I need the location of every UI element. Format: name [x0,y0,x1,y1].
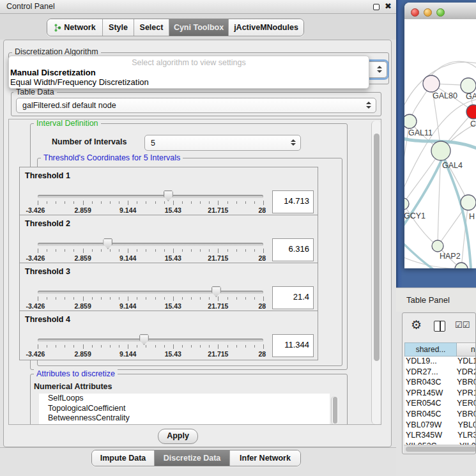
tick-mark [47,249,47,252]
tick-mark [236,297,237,300]
threshold-value-field[interactable]: 6.316 [272,238,314,261]
network-node[interactable] [404,114,417,128]
tick-mark [182,249,183,252]
slider-thumb[interactable] [103,238,112,249]
threshold-value-field[interactable]: 14.713 [272,190,314,213]
tick-mark [73,297,74,300]
table-row[interactable]: YER054CYER0 [404,399,476,410]
table-row[interactable]: YBR045CYBR0 [404,410,476,420]
select-columns-icons[interactable]: ☑☑ [455,320,470,330]
numerical-attributes-list[interactable]: SelfLoopsTopologicalCoefficientBetweenne… [39,394,330,425]
tab-select[interactable]: Select [134,19,169,36]
table-row[interactable]: YBL079WYBL0 [404,420,476,431]
close-traffic-light-icon[interactable] [411,8,419,17]
gear-icon[interactable]: ⚙ [411,319,422,331]
network-window-titlebar[interactable] [404,3,476,20]
tick-mark [209,201,210,204]
split-columns-icon[interactable] [434,321,445,332]
tick-mark [173,296,174,301]
tab-impute-data[interactable]: Impute Data [92,450,155,466]
tick-mark [245,249,246,252]
algorithm-option[interactable]: Equal Width/Frequency Discretization [10,77,149,87]
tick-mark [155,345,156,348]
table-row[interactable]: YDL19...YDL1 [404,357,476,367]
num-intervals-combobox[interactable]: 5 [144,135,301,151]
attributes-list-scrollbar[interactable] [331,396,339,425]
tab-label: Impute Data [100,454,146,463]
network-node-label: GCY1 [404,211,426,220]
tick-mark [209,249,210,252]
num-intervals-value: 5 [151,139,155,148]
table-cell: YLR345W [404,431,456,441]
zoom-traffic-light-icon[interactable] [436,8,445,17]
network-node[interactable] [466,105,476,119]
network-node[interactable] [461,195,476,210]
tick-mark [263,201,264,205]
tab-cyni-toolbox[interactable]: Cyni Toolbox [169,19,229,36]
tick-mark [227,249,228,252]
tick-mark [218,201,219,205]
table-column-header[interactable]: na [457,342,476,357]
tick-mark [182,297,183,300]
tick-mark [56,249,56,252]
slider-tick-labels: -3.4262.8599.14415.4321.71528 [38,302,263,310]
tab-infer-network[interactable]: Infer Network [230,450,300,466]
settings-scrollbar[interactable] [371,121,381,424]
apply-button[interactable]: Apply [158,429,198,444]
tab-discretize-data[interactable]: Discretize Data [155,450,230,466]
attribute-list-item[interactable]: SelfLoops [39,394,330,404]
network-node[interactable] [455,263,468,268]
network-node[interactable] [423,75,440,92]
tick-mark [173,201,174,205]
algorithm-option[interactable]: Manual Discretization [10,68,96,77]
slider-track[interactable] [38,243,263,246]
interval-definition-title: Interval Definition [34,119,101,128]
network-node[interactable] [432,240,443,252]
tab-style[interactable]: Style [103,19,134,36]
threshold-value-field[interactable]: 21.4 [272,286,314,309]
table-row[interactable]: YDR27...YDR2 [404,367,476,378]
tick-mark [92,345,93,348]
bottom-tab-strip: Impute DataDiscretize DataInfer Network [0,447,396,476]
tick-mark [236,201,237,204]
network-node[interactable] [404,198,409,210]
threshold-value-field[interactable]: 11.344 [272,334,314,357]
table-horizontal-scrollbar[interactable] [404,445,476,453]
attribute-list-item[interactable]: TopologicalCoefficient [39,404,330,414]
algorithm-placeholder: Select algorithm to view settings [9,58,369,67]
tab-jactivemnodules[interactable]: jActiveMNodules [229,19,303,36]
network-node[interactable] [431,141,450,160]
tick-label: 21.715 [208,206,228,214]
network-node[interactable] [461,78,476,93]
table-column-header[interactable]: shared... [404,342,457,357]
network-view-window: GAL80GACGAL11GAL4GCY1HHAP2 [404,3,476,268]
slider-thumb[interactable] [211,286,221,297]
float-window-icon[interactable] [373,4,380,10]
tick-mark [236,249,237,252]
tick-mark [173,344,174,349]
tick-mark [101,297,102,300]
tick-mark [83,296,84,301]
algorithm-dropdown-popup: Select algorithm to view settings Manual… [8,56,369,89]
table-row[interactable]: YLR345WYLR3 [404,431,476,441]
table-data-combobox[interactable]: galFiltered.sif default node [16,98,376,113]
tick-mark [254,249,255,252]
tick-mark [119,249,119,252]
slider-thumb[interactable] [139,334,149,345]
tick-mark [263,296,264,301]
tick-mark [56,297,56,300]
tab-network[interactable]: Network [47,19,103,36]
tick-mark [101,249,102,252]
attribute-list-item[interactable]: BetweennessCentrality [39,413,330,424]
table-row[interactable]: YBR043CYBR0 [404,378,476,388]
minimize-traffic-light-icon[interactable] [424,8,432,17]
table-row[interactable]: YPR145WYPR1 [404,388,476,399]
slider-track[interactable] [38,195,263,198]
slider-track[interactable] [38,291,263,294]
slider-thumb[interactable] [164,190,173,201]
close-icon[interactable]: ✖ [385,1,392,11]
network-canvas[interactable]: GAL80GACGAL11GAL4GCY1HHAP2 [404,19,476,268]
table-cell: YPR1 [456,388,476,399]
tick-mark [110,345,111,348]
slider-track[interactable] [38,339,263,342]
